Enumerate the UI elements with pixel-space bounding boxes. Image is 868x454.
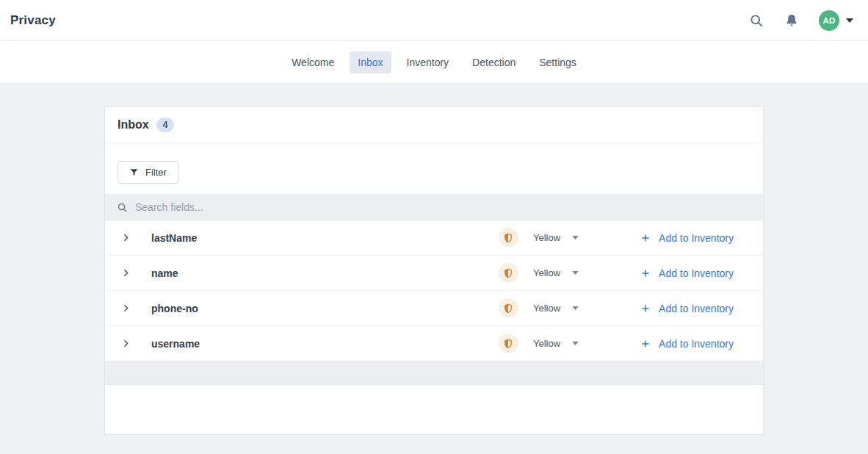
field-name: username — [151, 338, 200, 350]
classification-select[interactable]: Yellow — [533, 267, 579, 278]
add-to-inventory-label: Add to Inventory — [659, 267, 734, 279]
field-name: phone-no — [151, 303, 198, 314]
plus-icon — [640, 268, 651, 278]
header-actions: AD — [748, 10, 853, 31]
chevron-right-icon[interactable] — [120, 232, 131, 244]
app-title: Privacy — [10, 13, 56, 28]
tab-welcome[interactable]: Welcome — [283, 51, 342, 73]
table-row: name Yellow Add to Inventory — [105, 256, 763, 291]
inbox-card-header: Inbox 4 — [105, 107, 763, 143]
search-icon — [117, 202, 128, 213]
chevron-down-icon — [846, 18, 853, 23]
add-to-inventory-label: Add to Inventory — [659, 303, 734, 314]
add-to-inventory-label: Add to Inventory — [659, 338, 734, 350]
add-to-inventory-label: Add to Inventory — [659, 232, 734, 244]
filter-section: Filter — [105, 143, 763, 195]
user-menu[interactable]: AD — [819, 10, 853, 31]
shield-icon — [499, 263, 518, 283]
add-to-inventory-button[interactable]: Add to Inventory — [640, 232, 734, 244]
field-rows: lastName Yellow Add to Inventory — [105, 220, 763, 361]
inbox-count-badge: 4 — [156, 118, 175, 132]
plus-icon — [640, 303, 651, 314]
inbox-card: Inbox 4 Filter lastName — [104, 107, 764, 435]
search-bar — [105, 195, 763, 220]
plus-icon — [640, 339, 651, 349]
search-icon[interactable] — [748, 12, 764, 29]
field-name: lastName — [151, 232, 197, 244]
chevron-down-icon — [572, 236, 579, 239]
plus-icon — [640, 233, 651, 243]
chevron-down-icon — [572, 342, 579, 345]
classification-select[interactable]: Yellow — [533, 338, 579, 349]
chevron-right-icon[interactable] — [120, 267, 131, 279]
shield-icon — [499, 334, 518, 353]
tab-inventory[interactable]: Inventory — [399, 51, 457, 73]
classification-select[interactable]: Yellow — [533, 303, 579, 314]
classification-value: Yellow — [533, 303, 560, 314]
table-row: username Yellow Add to Inventory — [105, 326, 763, 361]
shield-icon — [499, 228, 518, 248]
card-bottom-space — [105, 385, 763, 434]
chevron-down-icon — [572, 306, 579, 310]
add-to-inventory-button[interactable]: Add to Inventory — [640, 303, 734, 314]
table-footer — [105, 361, 763, 385]
classification-value: Yellow — [533, 267, 560, 278]
filter-button-label: Filter — [145, 167, 167, 178]
table-row: lastName Yellow Add to Inventory — [105, 220, 763, 256]
shield-icon — [499, 298, 518, 318]
table-row: phone-no Yellow Add to Inventory — [105, 291, 763, 326]
classification-value: Yellow — [533, 232, 560, 243]
tab-detection[interactable]: Detection — [464, 51, 524, 73]
filter-button[interactable]: Filter — [117, 161, 178, 184]
main-nav: WelcomeInboxInventoryDetectionSettings — [0, 41, 868, 84]
funnel-icon — [129, 167, 139, 177]
field-name: name — [151, 267, 178, 279]
add-to-inventory-button[interactable]: Add to Inventory — [640, 338, 734, 350]
classification-select[interactable]: Yellow — [533, 232, 579, 243]
chevron-right-icon[interactable] — [120, 338, 131, 350]
chevron-right-icon[interactable] — [120, 303, 131, 314]
page-title: Inbox — [117, 118, 149, 131]
main-content: Inbox 4 Filter lastName — [0, 84, 868, 435]
app-header: Privacy AD — [0, 0, 868, 41]
tab-settings[interactable]: Settings — [531, 51, 585, 73]
search-input[interactable] — [135, 201, 751, 213]
add-to-inventory-button[interactable]: Add to Inventory — [640, 267, 734, 279]
tab-inbox[interactable]: Inbox — [350, 51, 391, 73]
avatar[interactable]: AD — [819, 10, 839, 31]
chevron-down-icon — [572, 271, 579, 275]
bell-icon[interactable] — [784, 12, 800, 29]
classification-value: Yellow — [533, 338, 560, 349]
